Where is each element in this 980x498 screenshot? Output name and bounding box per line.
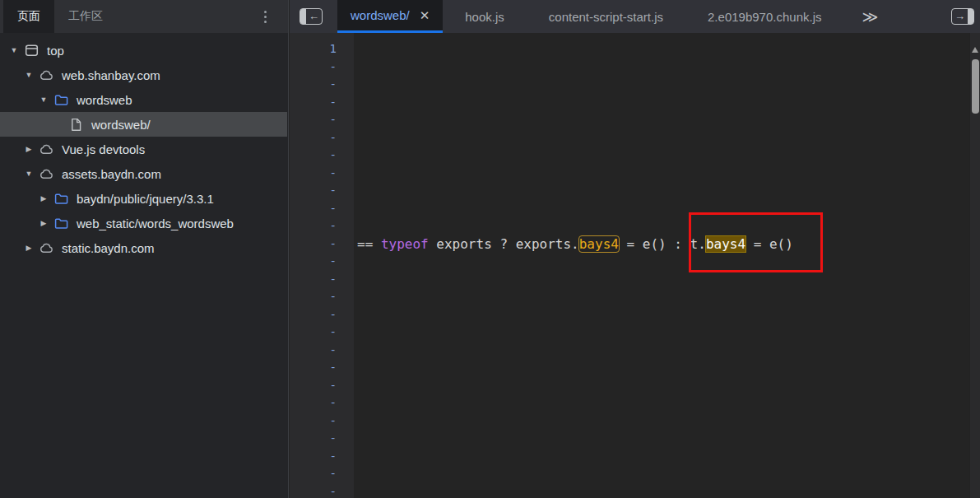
wrapped-line-marker: - [290, 94, 354, 112]
folder-icon [53, 91, 69, 108]
code-keyword: typeof [381, 236, 429, 252]
tree-item-static-baydn-com[interactable]: ▶static.baydn.com [0, 235, 287, 260]
editor-tab-label: content-script-start.js [549, 10, 663, 24]
folder-icon [53, 215, 69, 231]
more-tabs-icon[interactable]: ≫ [862, 0, 876, 33]
close-icon[interactable]: ✕ [420, 8, 430, 23]
wrapped-line-marker: - [290, 235, 354, 254]
scrollbar-thumb[interactable] [972, 59, 979, 114]
cloud-icon [38, 240, 54, 256]
wrapped-line-marker: - [290, 412, 354, 431]
code-line-1: == typeof exports ? exports.bays4 = e() … [357, 235, 793, 254]
tree-item-top[interactable]: ▼top [0, 38, 287, 63]
cloud-icon [38, 165, 54, 182]
tree-item-assets-baydn-com[interactable]: ▼assets.baydn.com [0, 161, 287, 186]
tab-workspace-label: 工作区 [68, 9, 103, 24]
tree-arrow-expanded-icon[interactable]: ▼ [7, 46, 21, 54]
wrapped-line-marker: - [290, 217, 354, 235]
wrapped-line-marker: - [290, 342, 354, 360]
code-text: = e() : t. [619, 236, 706, 252]
wrapped-line-marker: - [290, 288, 354, 306]
wrapped-line-marker: - [290, 430, 354, 448]
file-tree: ▼top▼web.shanbay.com▼wordswebwordsweb/▶V… [0, 38, 287, 260]
frame-icon [23, 42, 39, 58]
wrapped-line-marker: - [290, 448, 354, 466]
wrapped-line-marker: - [290, 182, 354, 200]
navigator-toolbar: 页面 工作区 [0, 0, 288, 33]
editor-tab-wordsweb[interactable]: wordsweb/✕ [337, 0, 443, 33]
tree-item-baydn-public-jquery-3-3-1[interactable]: ▶baydn/public/jquery/3.3.1 [0, 186, 287, 211]
wrapped-line-marker: - [290, 129, 354, 147]
tree-item-label: web.shanbay.com [62, 68, 160, 82]
tree-item-label: wordsweb/ [91, 118, 151, 132]
tree-arrow-collapsed-icon[interactable]: ▶ [36, 194, 51, 202]
hide-navigator-icon[interactable]: ← [300, 8, 323, 25]
search-match-current: bays4 [706, 236, 745, 252]
editor-tab-label: hook.js [465, 10, 504, 24]
editor-tab-hook-js[interactable]: hook.js [443, 0, 527, 33]
tree-item-web-static-words-wordsweb[interactable]: ▶web_static/words_wordsweb [0, 211, 287, 235]
folder-icon [53, 190, 69, 207]
tree-item-label: Vue.js devtools [62, 142, 145, 156]
cloud-icon [38, 67, 54, 83]
wrapped-line-marker: - [290, 76, 354, 94]
search-match-other: bays4 [579, 236, 619, 252]
wrapped-line-marker: - [290, 111, 354, 129]
tree-arrow-collapsed-icon[interactable]: ▶ [36, 219, 51, 227]
wrapped-line-marker: - [290, 253, 354, 271]
tree-item-label: assets.baydn.com [62, 167, 161, 181]
wrapped-line-marker: - [290, 359, 354, 377]
tree-item-wordsweb[interactable]: ▼wordsweb [0, 87, 287, 112]
tree-arrow-collapsed-icon[interactable]: ▶ [21, 244, 36, 252]
wrapped-line-marker: - [290, 58, 354, 77]
wrapped-line-marker: - [290, 483, 354, 498]
code-text: = e() [745, 236, 793, 252]
editor-tab-bar: ← wordsweb/✕hook.jscontent-script-start.… [290, 0, 980, 33]
tree-item-label: web_static/words_wordsweb [77, 216, 234, 230]
cloud-icon [38, 141, 54, 157]
wrapped-line-marker: - [290, 394, 354, 412]
wrapped-line-marker: - [290, 323, 354, 342]
editor-tab-2-e019b970-chunk-js[interactable]: 2.e019b970.chunk.js [685, 0, 843, 33]
tree-arrow-expanded-icon[interactable]: ▼ [21, 170, 36, 178]
editor-tabs: wordsweb/✕hook.jscontent-script-start.js… [337, 0, 843, 33]
tree-item-label: wordsweb [77, 93, 132, 107]
line-number-gutter[interactable]: 1------------------------- [290, 33, 354, 498]
code-text: == [357, 236, 381, 252]
wrapped-line-marker: - [290, 165, 354, 183]
tab-page-label: 页面 [17, 9, 40, 24]
tree-arrow-expanded-icon[interactable]: ▼ [36, 95, 51, 104]
tree-item-label: static.baydn.com [62, 241, 155, 255]
more-options-icon[interactable] [264, 0, 267, 33]
tree-arrow-expanded-icon[interactable]: ▼ [21, 71, 36, 79]
line-number[interactable]: 1 [290, 40, 354, 58]
tree-arrow-collapsed-icon[interactable]: ▶ [21, 145, 36, 153]
editor-tab-label: wordsweb/ [351, 8, 410, 22]
show-sidebar-icon[interactable]: → [951, 8, 974, 25]
wrapped-line-marker: - [290, 377, 354, 395]
code-text: exports ? exports. [429, 236, 579, 252]
tree-item-label: baydn/public/jquery/3.3.1 [77, 192, 214, 206]
wrapped-line-marker: - [290, 465, 354, 483]
tab-page[interactable]: 页面 [3, 0, 54, 33]
tree-item-web-shanbay-com[interactable]: ▼web.shanbay.com [0, 63, 287, 87]
scroll-up-icon[interactable] [972, 47, 978, 53]
wrapped-line-marker: - [290, 147, 354, 165]
tree-item-vue-js-devtools[interactable]: ▶Vue.js devtools [0, 137, 287, 161]
tab-workspace[interactable]: 工作区 [54, 0, 117, 33]
editor-tab-label: 2.e019b970.chunk.js [708, 10, 821, 24]
navigator-panel: 页面 工作区 ▼top▼web.shanbay.com▼wordswebword… [0, 0, 289, 498]
wrapped-line-marker: - [290, 271, 354, 289]
tree-item-label: top [47, 44, 64, 58]
tree-item-wordsweb[interactable]: wordsweb/ [0, 112, 287, 137]
wrapped-line-marker: - [290, 200, 354, 218]
wrapped-line-marker: - [290, 306, 354, 324]
file-icon [67, 116, 84, 133]
code-editor[interactable]: == typeof exports ? exports.bays4 = e() … [354, 33, 969, 498]
editor-scrollbar[interactable] [969, 33, 980, 498]
editor-tab-content-script-start-js[interactable]: content-script-start.js [527, 0, 685, 33]
